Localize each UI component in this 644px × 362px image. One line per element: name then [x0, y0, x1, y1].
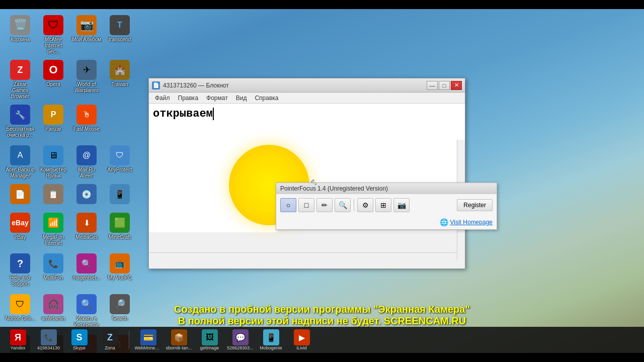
yandex-taskbar-icon: Я: [10, 329, 26, 345]
icon-travian[interactable]: 🏰 Travian: [104, 58, 136, 102]
taskbar-yandex[interactable]: Я Yandex: [4, 329, 32, 350]
register-button[interactable]: Register: [457, 199, 493, 211]
fastmouse-icon: 🖱: [76, 105, 97, 125]
icon-megafon[interactable]: 📶 MegaFon Internet: [37, 211, 69, 248]
num528-taskbar-label: 528628303...: [227, 345, 254, 350]
mediaget-icon: ⬇: [76, 213, 97, 233]
taskbar-528[interactable]: 💬 528628303...: [226, 329, 254, 350]
mobogenie-taskbar-label: Mobogenie: [260, 345, 282, 350]
taskbar-webmoney[interactable]: 💳 WebMoney Keeper Cl...: [134, 329, 162, 350]
icon-warplanes[interactable]: ✈ World of Warplanes: [70, 58, 103, 102]
pf-tool-camera[interactable]: 📷: [393, 198, 410, 212]
taskbar-ilivid[interactable]: ▶ iLivid: [288, 329, 315, 350]
menu-edit[interactable]: Правка: [174, 94, 203, 103]
menu-file[interactable]: Файл: [151, 94, 174, 103]
ilivid-taskbar-icon: ▶: [294, 329, 310, 345]
icon-search[interactable]: 🔎 Search: [104, 292, 136, 330]
icon-search-internet[interactable]: 🔍 Искать в Интернете: [70, 292, 103, 330]
close-button[interactable]: ✕: [451, 81, 462, 90]
num419-taskbar-icon: 📞: [41, 329, 57, 345]
icon-search-internet-label: Искать в Интернете: [71, 316, 102, 328]
icon-ebay-label: eBay: [15, 234, 26, 240]
opera-icon: O: [43, 60, 63, 80]
icon-photos[interactable]: 📷 Мой Альбом: [70, 13, 103, 57]
icon-recycle[interactable]: 🗑️ Корзина: [4, 13, 36, 57]
menu-help[interactable]: Справка: [251, 94, 282, 103]
icon-slot4[interactable]: 📱: [104, 182, 136, 208]
pf-tool-zoom[interactable]: 🔍: [335, 198, 351, 212]
icon-slot1[interactable]: 📄: [4, 182, 36, 208]
icon-ochist[interactable]: 🔧 Бесплатная очистка р...: [4, 103, 36, 140]
menu-view[interactable]: Вид: [232, 94, 251, 103]
zaxar-icon: Z: [10, 60, 30, 80]
icon-mcafee[interactable]: 🛡 McAfee Internet Sec...: [37, 13, 69, 57]
icon-opera-label: Opera: [46, 81, 60, 87]
pointer-focus-title: PointerFocus 1.4 (Unregistered Version): [280, 185, 388, 192]
icon-computer[interactable]: 🖥 Компьютер Ярлык: [37, 143, 69, 181]
taskbar-419[interactable]: 📞 419834130: [35, 329, 62, 350]
icon-fastmouse[interactable]: 🖱 Fast Mouse: [70, 103, 103, 140]
icon-computer-label: Компьютер Ярлык: [38, 167, 68, 179]
getimage-taskbar-icon: 🖼: [202, 329, 218, 345]
icon-myvuupc[interactable]: 📺 My VuuPC: [104, 251, 136, 289]
pf-tool-circle[interactable]: ○: [280, 198, 296, 212]
pointer-focus-toolbar[interactable]: PointerFocus 1.4 (Unregistered Version) …: [276, 183, 497, 230]
icon-multifon-label: MultiFon: [44, 275, 63, 281]
pf-tool-settings[interactable]: ⚙: [357, 198, 373, 212]
pf-tool-pen[interactable]: ✏: [316, 198, 333, 212]
pointer-focus-footer: 🌐 Visit Homepage: [276, 216, 497, 229]
icon-slot3[interactable]: 💿: [70, 182, 103, 208]
notepad-app-icon: 📄: [152, 81, 160, 89]
icon-amfetamin-label: amfetamin: [42, 316, 65, 322]
icon-travian-label: Travian: [112, 81, 128, 87]
ilivid-taskbar-label: iLivid: [296, 345, 307, 350]
icon-anyprotect[interactable]: 🛡 AnyProtect: [104, 143, 136, 181]
pf-tool-box[interactable]: □: [298, 198, 314, 212]
icon-zaxar[interactable]: Z Zaxar Games Browser: [4, 58, 36, 102]
icon-ochist-label: Бесплатная очистка р...: [5, 126, 35, 138]
icon-mediaget[interactable]: ⬇ MediaGet: [70, 211, 103, 248]
taskbar-zona[interactable]: Z Zona: [96, 329, 124, 350]
menu-format[interactable]: Формат: [202, 94, 232, 103]
icon-warplanes-label: World of Warplanes: [71, 81, 102, 94]
minimize-button[interactable]: —: [427, 81, 438, 90]
search-internet-icon: 🔍: [76, 294, 97, 314]
magent-icon: 🔍: [76, 253, 97, 274]
icon-slot2[interactable]: 📋: [37, 182, 69, 208]
icon-mediaget-label: MediaGet: [75, 234, 97, 240]
travian-icon: 🏰: [110, 60, 130, 80]
icon-amfetamin[interactable]: 🎧 amfetamin: [37, 292, 69, 330]
icon-acer[interactable]: A Acer-Backup Manager: [4, 143, 36, 181]
taskbar-mobogenie[interactable]: 📱 Mobogenie: [257, 329, 285, 350]
minecraft-icon: 🟩: [110, 213, 130, 233]
pf-tool-grid[interactable]: ⊞: [375, 198, 391, 212]
taskbar-getimage[interactable]: 🖼 getImage: [196, 329, 223, 350]
icon-norton-label: Norton Onli...: [6, 316, 35, 322]
maximize-button[interactable]: □: [439, 81, 450, 90]
icon-mailru[interactable]: @ Mail.Ru Агент: [70, 143, 103, 181]
icon-minecraft-label: MineCraft: [109, 234, 130, 240]
icon-magent[interactable]: 🔍 magentset...: [70, 251, 103, 289]
icon-ebay[interactable]: eBay eBay: [4, 211, 36, 248]
sbornik-taskbar-icon: 📦: [171, 329, 187, 345]
icon-photos-label: Мой Альбом: [72, 37, 101, 43]
icon-multifon[interactable]: 📞 MultiFon: [37, 251, 69, 289]
icon-minecraft[interactable]: 🟩 MineCraft: [104, 211, 136, 248]
icon-recycle-label: Корзина: [11, 37, 30, 43]
icon-transcend[interactable]: T transcend: [104, 13, 136, 57]
taskbar-skype[interactable]: S Skype: [65, 329, 93, 350]
multifon-icon: 📞: [43, 253, 63, 274]
mouse-cursor: ↖: [309, 176, 317, 187]
icon-panzar[interactable]: P Panzar: [37, 103, 69, 140]
icon-help[interactable]: ? Help and Support: [4, 251, 36, 289]
visit-homepage-link[interactable]: Visit Homepage: [450, 219, 493, 226]
notepad-scrollbar-horizontal[interactable]: [149, 252, 457, 260]
icon-norton[interactable]: 🛡 Norton Onli...: [4, 292, 36, 330]
recycle-icon: 🗑️: [10, 15, 30, 35]
getimage-taskbar-label: getImage: [200, 345, 219, 350]
myvuupc-icon: 📺: [110, 253, 130, 274]
icon-opera[interactable]: O Opera: [37, 58, 69, 102]
taskbar-sbornik[interactable]: 📦 sbornik-tan...: [165, 329, 193, 350]
num419-taskbar-label: 419834130: [37, 345, 60, 350]
icon-mcafee-label: McAfee Internet Sec...: [38, 37, 68, 55]
